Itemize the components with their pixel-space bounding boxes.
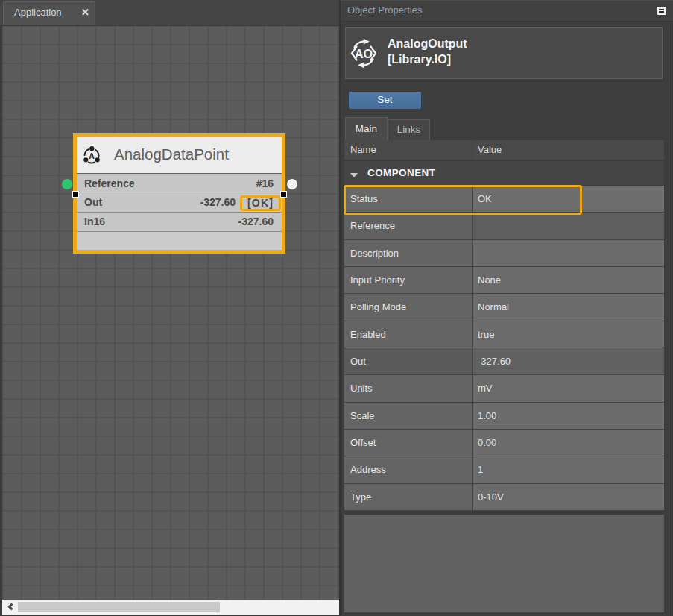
svg-text:A: A [89,151,95,160]
svg-text:AO: AO [355,48,373,60]
